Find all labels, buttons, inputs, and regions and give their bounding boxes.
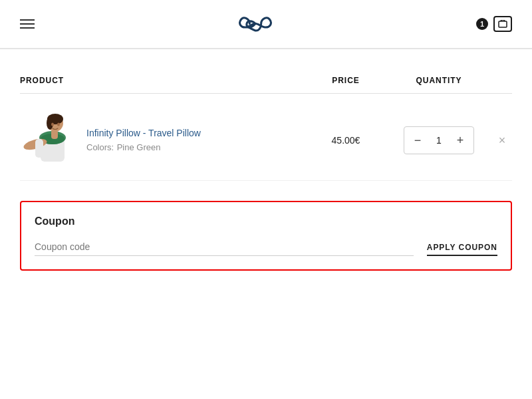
col-quantity-header: QUANTITY <box>386 76 492 85</box>
col-product-header: PRODUCT <box>20 76 306 85</box>
header-divider <box>0 49 532 49</box>
product-image <box>20 114 73 167</box>
cart-count-badge: 1 <box>476 18 488 30</box>
svg-point-12 <box>57 123 60 126</box>
coupon-title: Coupon <box>35 215 497 227</box>
quantity-value: 1 <box>428 135 450 146</box>
apply-coupon-button[interactable]: APPLY COUPON <box>427 243 497 256</box>
coupon-input[interactable] <box>35 241 414 252</box>
quantity-box: − 1 + <box>404 126 474 154</box>
col-price-header: PRICE <box>306 76 386 85</box>
cart-area[interactable]: 1 <box>476 16 512 32</box>
svg-rect-0 <box>499 21 507 27</box>
logo[interactable] <box>238 11 273 37</box>
menu-button[interactable] <box>20 19 35 29</box>
product-name: Infinity Pillow - Travel Pillow <box>86 128 306 138</box>
product-color: Colors: Pine Green <box>86 141 306 153</box>
color-label: Colors: <box>86 142 114 152</box>
quantity-decrease-button[interactable]: − <box>407 127 428 154</box>
header: 1 <box>0 0 532 49</box>
quantity-increase-button[interactable]: + <box>450 127 471 154</box>
quantity-control: − 1 + <box>386 126 492 154</box>
column-headers: PRODUCT PRICE QUANTITY <box>20 76 512 94</box>
svg-rect-8 <box>51 130 58 139</box>
hamburger-line-2 <box>20 23 35 25</box>
coupon-input-wrapper <box>35 241 414 256</box>
color-value: Pine Green <box>117 142 161 152</box>
product-price: 45.00€ <box>306 135 386 146</box>
cart-icon[interactable] <box>493 16 512 32</box>
coupon-row: APPLY COUPON <box>35 241 497 256</box>
coupon-section: Coupon APPLY COUPON <box>20 201 512 271</box>
table-row: Infinity Pillow - Travel Pillow Colors: … <box>20 107 512 181</box>
hamburger-line-3 <box>20 27 35 29</box>
product-details: Infinity Pillow - Travel Pillow Colors: … <box>86 128 306 153</box>
svg-point-11 <box>51 123 54 126</box>
remove-item-button[interactable]: × <box>492 134 512 148</box>
main-content: PRODUCT PRICE QUANTITY <box>0 63 532 284</box>
hamburger-line-1 <box>20 19 35 21</box>
svg-rect-10 <box>35 139 43 158</box>
